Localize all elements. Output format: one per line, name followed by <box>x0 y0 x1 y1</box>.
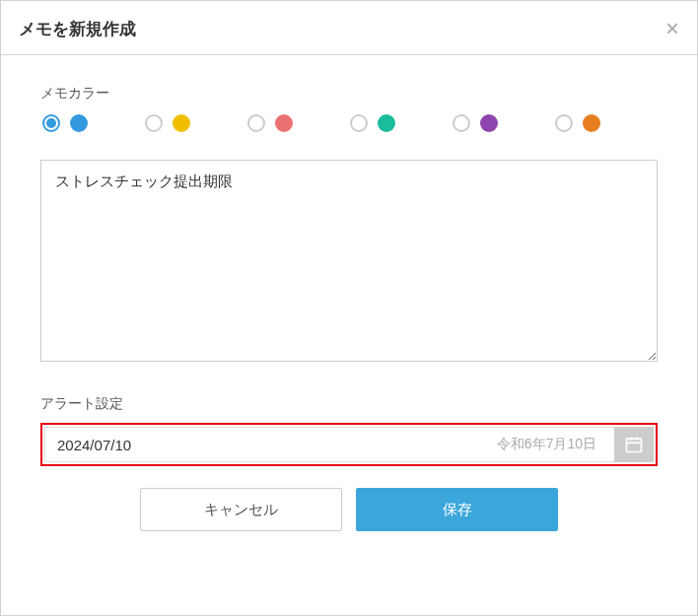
dialog-header: メモを新規作成 × <box>1 1 697 55</box>
radio-orange[interactable] <box>555 114 573 132</box>
color-option-orange[interactable] <box>555 114 658 132</box>
radio-blue[interactable] <box>42 114 60 132</box>
color-option-purple[interactable] <box>453 114 555 132</box>
create-memo-dialog: メモを新規作成 × メモカラー <box>0 0 698 616</box>
swatch-pink <box>275 114 293 132</box>
swatch-purple <box>480 114 498 132</box>
swatch-blue <box>70 114 88 132</box>
calendar-button[interactable] <box>614 427 654 462</box>
alert-date-japanese: 令和6年7月10日 <box>497 436 596 453</box>
button-row: キャンセル 保存 <box>40 488 658 531</box>
color-option-teal[interactable] <box>350 114 453 132</box>
cancel-button[interactable]: キャンセル <box>140 488 342 531</box>
radio-pink[interactable] <box>247 114 265 132</box>
radio-purple[interactable] <box>453 114 470 132</box>
color-option-blue[interactable] <box>42 114 145 132</box>
dialog-body: メモカラー <box>1 55 697 615</box>
radio-teal[interactable] <box>350 114 368 132</box>
calendar-icon <box>624 435 644 454</box>
radio-yellow[interactable] <box>145 114 163 132</box>
date-input-wrap: 令和6年7月10日 <box>44 427 614 462</box>
swatch-teal <box>378 114 395 132</box>
svg-rect-0 <box>627 439 642 451</box>
swatch-orange <box>583 114 600 132</box>
save-button[interactable]: 保存 <box>356 488 558 531</box>
swatch-yellow <box>173 114 190 132</box>
dialog-title: メモを新規作成 <box>19 18 136 40</box>
memo-textarea[interactable] <box>40 160 658 362</box>
memo-color-label: メモカラー <box>40 85 658 103</box>
alert-date-input[interactable] <box>57 437 497 453</box>
alert-label: アラート設定 <box>40 395 658 413</box>
color-options-row <box>40 114 658 132</box>
alert-date-row: 令和6年7月10日 <box>40 423 658 466</box>
close-icon[interactable]: × <box>665 17 679 40</box>
color-option-yellow[interactable] <box>145 114 247 132</box>
color-option-pink[interactable] <box>247 114 350 132</box>
